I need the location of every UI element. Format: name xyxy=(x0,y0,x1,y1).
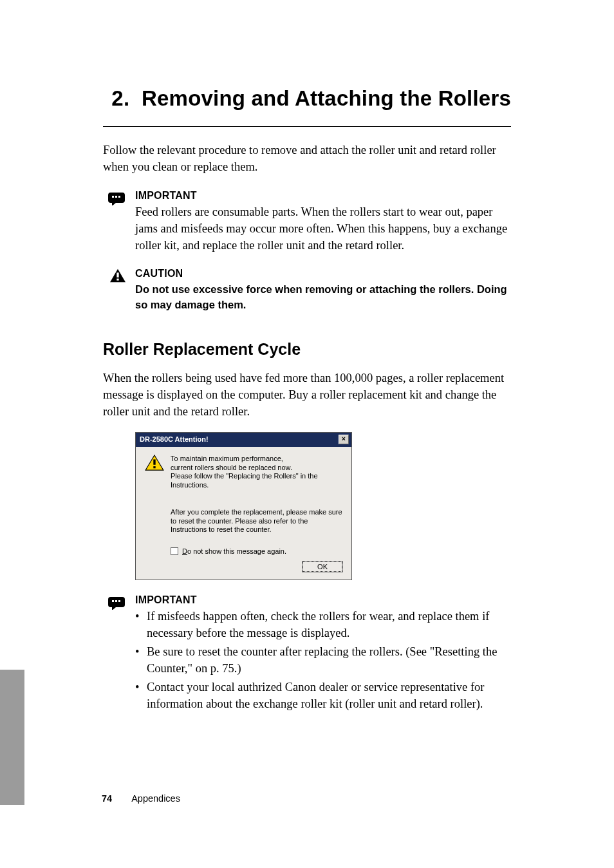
dialog-msg-line1: To maintain maximum performance, xyxy=(171,455,283,462)
attention-dialog: DR-2580C Attention! × To maintain maximu… xyxy=(135,432,352,580)
important-body-1: Feed rollers are consumable parts. When … xyxy=(135,204,511,254)
caution-block: CAUTION Do not use excessive force when … xyxy=(103,268,511,313)
chapter-title-text: Removing and Attaching the Rollers xyxy=(142,86,511,110)
important-heading-2: IMPORTANT xyxy=(135,594,511,606)
important-heading-1: IMPORTANT xyxy=(135,190,511,202)
dialog-title: DR-2580C Attention! xyxy=(140,435,209,443)
dialog-msg-line3: Please follow the "Replacing the Rollers… xyxy=(171,472,318,489)
important-bullet-2: Be sure to reset the counter after repla… xyxy=(135,644,511,677)
dialog-message-1: To maintain maximum performance, current… xyxy=(171,455,342,490)
important-icon xyxy=(108,594,127,610)
caution-icon xyxy=(108,268,127,283)
page-footer: 74 Appendices xyxy=(102,793,180,804)
caution-body: Do not use excessive force when removing… xyxy=(135,282,511,313)
important-block-2: IMPORTANT If misfeeds happen often, chec… xyxy=(103,594,511,712)
page-number: 74 xyxy=(102,793,112,804)
important-bullet-list: If misfeeds happen often, check the roll… xyxy=(135,609,511,712)
svg-rect-2 xyxy=(153,459,155,464)
important-bullet-3: Contact your local authrized Canon deale… xyxy=(135,679,511,713)
section-body: When the rollers being used have fed mor… xyxy=(103,370,511,420)
svg-rect-0 xyxy=(116,273,118,278)
checkbox-icon[interactable] xyxy=(171,547,178,555)
warning-icon xyxy=(145,455,164,471)
chapter-number: 2. xyxy=(111,86,129,110)
important-bullet-1: If misfeeds happen often, check the roll… xyxy=(135,609,511,642)
dialog-checkbox-row[interactable]: Do not show this message again. xyxy=(171,547,342,555)
svg-rect-3 xyxy=(153,466,155,468)
section-heading: Roller Replacement Cycle xyxy=(103,340,511,359)
dialog-message-2: After you complete the replacement, plea… xyxy=(171,508,342,534)
footer-section-label: Appendices xyxy=(131,793,180,804)
intro-paragraph: Follow the relevant procedure to remove … xyxy=(103,142,511,176)
svg-rect-1 xyxy=(116,279,118,281)
side-tab xyxy=(0,670,24,805)
caution-heading: CAUTION xyxy=(135,268,511,279)
important-block-1: IMPORTANT Feed rollers are consumable pa… xyxy=(103,190,511,254)
close-button[interactable]: × xyxy=(339,435,349,444)
checkbox-label-rest: o not show this message again. xyxy=(187,547,286,555)
dialog-msg-line2: current rollers should be replaced now. xyxy=(171,464,292,471)
checkbox-accesskey: D xyxy=(182,547,187,555)
important-icon xyxy=(108,190,127,205)
ok-button[interactable]: OK xyxy=(302,561,342,572)
checkbox-label: Do not show this message again. xyxy=(182,547,286,555)
dialog-titlebar: DR-2580C Attention! × xyxy=(136,433,351,447)
chapter-title: 2. Removing and Attaching the Rollers xyxy=(103,86,511,127)
